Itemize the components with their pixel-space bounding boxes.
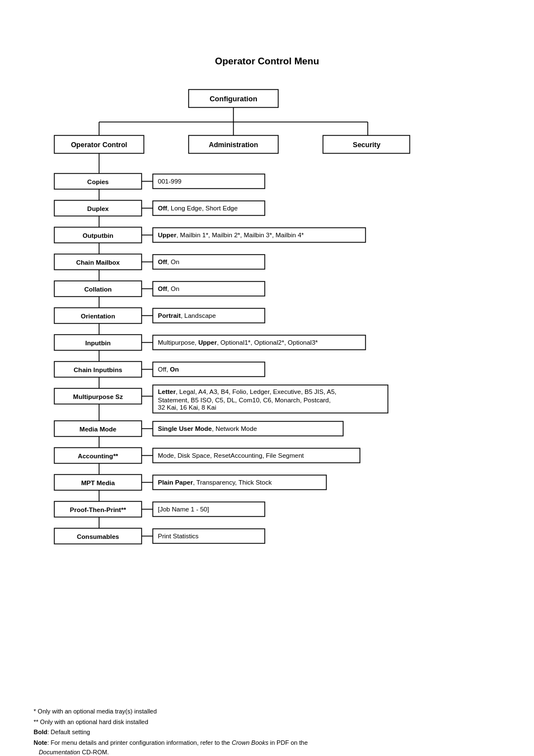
svg-text:Print Statistics: Print Statistics — [158, 533, 199, 539]
svg-text:Off, On: Off, On — [158, 366, 179, 373]
svg-text:Plain Paper, Transparency, Thi: Plain Paper, Transparency, Thick Stock — [158, 479, 272, 486]
footnote-3: Bold: Default setting — [34, 727, 500, 738]
svg-text:Chain Inputbins: Chain Inputbins — [74, 367, 123, 373]
svg-text:Portrait, Landscape: Portrait, Landscape — [158, 312, 216, 319]
footnote-4-label: Note — [34, 739, 47, 746]
svg-text:Chain Mailbox: Chain Mailbox — [76, 259, 120, 266]
footnote-4: Note: For menu details and printer confi… — [34, 738, 500, 756]
page-title: Operator Control Menu — [34, 56, 500, 67]
svg-text:Inputbin: Inputbin — [85, 340, 110, 346]
svg-text:Collation: Collation — [84, 286, 111, 293]
svg-text:Off, On: Off, On — [158, 285, 179, 292]
svg-text:Orientation: Orientation — [81, 313, 115, 320]
svg-text:Consumables: Consumables — [77, 533, 119, 540]
svg-text:Media Mode: Media Mode — [79, 426, 116, 433]
svg-text:[Job Name 1 - 50]: [Job Name 1 - 50] — [158, 506, 209, 513]
svg-text:Copies: Copies — [87, 179, 109, 185]
svg-text:32 Kai, 16 Kai, 8 Kai: 32 Kai, 16 Kai, 8 Kai — [158, 404, 216, 411]
footnote-2: ** Only with an optional hard disk insta… — [34, 717, 500, 727]
svg-text:Statement, B5 ISO, C5, DL, Com: Statement, B5 ISO, C5, DL, Com10, C6, Mo… — [158, 397, 331, 403]
footnote-1: * Only with an optional media tray(s) in… — [34, 707, 500, 717]
svg-text:Accounting**: Accounting** — [78, 453, 119, 459]
svg-text:Operator Control: Operator Control — [71, 141, 128, 149]
svg-text:Mode, Disk Space, ResetAccount: Mode, Disk Space, ResetAccounting, File … — [158, 452, 305, 459]
svg-text:MPT Media: MPT Media — [81, 480, 115, 486]
svg-text:Security: Security — [353, 141, 380, 149]
diagram-container: Configuration Operator Control Administr… — [38, 84, 496, 696]
footnote-3-label: Bold — [34, 729, 47, 735]
svg-text:Proof-Then-Print**: Proof-Then-Print** — [70, 506, 127, 513]
crown-books-ref: Crown Books — [232, 739, 268, 746]
svg-text:Multipurpose Sz: Multipurpose Sz — [73, 393, 123, 400]
svg-text:Letter, Legal, A4, A3, B4, Fol: Letter, Legal, A4, A3, B4, Folio, Ledger… — [158, 388, 336, 395]
svg-text:Upper, Mailbin 1*, Mailbin 2*,: Upper, Mailbin 1*, Mailbin 2*, Mailbin 3… — [158, 232, 304, 238]
svg-text:Outputbin: Outputbin — [83, 232, 114, 239]
svg-text:Duplex: Duplex — [87, 205, 109, 212]
footnote-4-text: : For menu details and printer configura… — [47, 739, 232, 746]
documentation-ref: Documentation — [39, 749, 80, 755]
footnotes: * Only with an optional media tray(s) in… — [34, 707, 500, 756]
svg-text:Off, On: Off, On — [158, 259, 179, 265]
footnote-3-text: : Default setting — [47, 729, 90, 735]
svg-text:001-999: 001-999 — [158, 178, 181, 185]
svg-text:Configuration: Configuration — [209, 95, 257, 103]
footnote-4-text2: in PDF on the — [268, 739, 307, 746]
svg-text:Multipurpose, Upper, Optional1: Multipurpose, Upper, Optional1*, Optiona… — [158, 339, 318, 346]
svg-text:Single User Mode, Network Mode: Single User Mode, Network Mode — [158, 425, 257, 432]
footnote-4-text3: CD-ROM. — [80, 749, 109, 755]
svg-text:Off, Long Edge, Short Edge: Off, Long Edge, Short Edge — [158, 205, 238, 212]
operator-control-diagram: Configuration Operator Control Administr… — [38, 84, 496, 694]
svg-text:Administration: Administration — [209, 141, 258, 149]
